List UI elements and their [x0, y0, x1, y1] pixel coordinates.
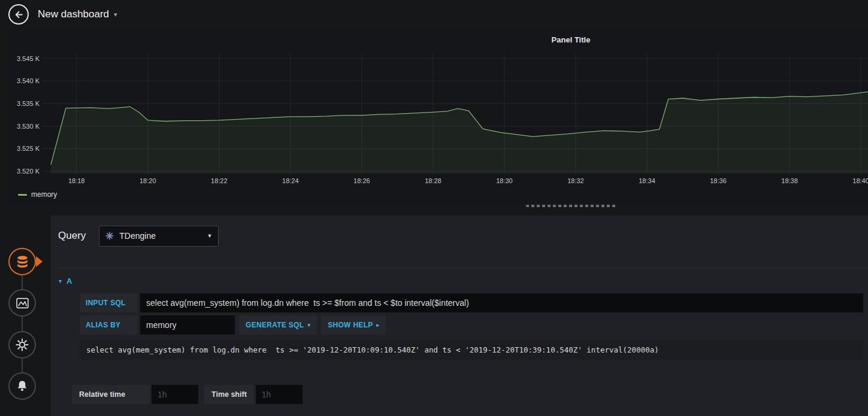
x-tick-label: 18:36: [703, 177, 733, 184]
query-ref-id: A: [66, 277, 72, 286]
dashboard-title[interactable]: New dashboard: [38, 8, 109, 20]
generated-sql-text: select avg(mem_system) from log.dn where…: [80, 340, 863, 360]
show-help-label: SHOW HELP: [328, 321, 373, 329]
x-tick-label: 18:34: [632, 177, 662, 184]
generate-sql-label: GENERATE SQL: [246, 321, 304, 329]
input-sql-field[interactable]: [140, 293, 863, 312]
query-ref-toggle[interactable]: ▾ A: [59, 274, 72, 287]
tdengine-logo-icon: [105, 232, 114, 240]
x-tick-label: 18:18: [62, 177, 92, 184]
alias-by-field[interactable]: [140, 315, 235, 335]
graph-icon: [15, 296, 30, 311]
x-tick-label: 18:32: [561, 177, 591, 184]
y-tick-label: 3.525 K: [7, 145, 40, 152]
gear-icon: [15, 338, 29, 352]
rail-connector-line: [22, 262, 23, 386]
y-tick-label: 3.535 K: [7, 100, 40, 107]
section-divider: [58, 268, 868, 268]
bell-icon: [15, 379, 29, 393]
tab-visualization[interactable]: [8, 289, 36, 317]
chevron-down-icon[interactable]: ▾: [114, 11, 117, 19]
chart-panel: Panel Title memory 3.545 K3.540 K3.535 K…: [6, 29, 868, 204]
tab-alert[interactable]: [8, 372, 36, 400]
y-tick-label: 3.540 K: [7, 77, 40, 84]
generate-sql-button[interactable]: GENERATE SQL ▾: [239, 315, 317, 335]
time-options-row: Relative time Time shift: [72, 385, 303, 404]
panel-title[interactable]: Panel Title: [6, 35, 868, 44]
x-tick-label: 18:38: [775, 177, 805, 184]
y-tick-label: 3.530 K: [7, 123, 40, 130]
caret-down-icon: ▼: [207, 233, 212, 239]
memory-series-fill: [51, 92, 868, 174]
relative-time-input[interactable]: [152, 385, 198, 404]
x-tick-label: 18:20: [133, 177, 163, 184]
query-editor-panel: Query TDengine ▼ ▾ A INPUT SQL ALIAS BY: [51, 215, 868, 416]
top-nav: New dashboard ▾: [0, 0, 868, 29]
arrow-left-icon: [14, 10, 24, 20]
relative-time-label: Relative time: [72, 385, 150, 404]
show-help-button[interactable]: SHOW HELP ▸: [321, 315, 386, 335]
tab-general[interactable]: [8, 331, 36, 359]
datasource-select[interactable]: TDengine ▼: [99, 226, 219, 247]
legend-label: memory: [31, 190, 57, 199]
x-tick-label: 18:26: [347, 177, 377, 184]
caret-down-icon: ▾: [307, 322, 310, 328]
alias-by-label: ALIAS BY: [80, 315, 138, 335]
x-tick-label: 18:28: [418, 177, 448, 184]
input-sql-label: INPUT SQL: [80, 293, 138, 312]
editor-tab-rail: [0, 215, 51, 416]
y-tick-label: 3.520 K: [7, 168, 40, 175]
database-icon: [15, 254, 30, 269]
legend-swatch: [18, 194, 27, 196]
alias-by-row: ALIAS BY GENERATE SQL ▾ SHOW HELP ▸: [80, 315, 863, 335]
time-shift-input[interactable]: [256, 385, 303, 404]
horizontal-scrollbar[interactable]: [526, 205, 617, 207]
x-tick-label: 18:40: [846, 177, 868, 184]
query-header: Query TDengine ▼: [58, 225, 219, 247]
spacer: [198, 385, 204, 404]
datasource-name: TDengine: [119, 231, 207, 241]
grafana-panel-edit-page: New dashboard ▾ Panel Title memory 3.545…: [0, 0, 868, 416]
tab-queries[interactable]: [8, 248, 36, 275]
x-tick-label: 18:22: [204, 177, 234, 184]
input-sql-row: INPUT SQL: [80, 293, 863, 312]
chart-plot[interactable]: [42, 54, 868, 174]
x-tick-label: 18:24: [276, 177, 306, 184]
back-button[interactable]: [8, 4, 29, 25]
y-tick-label: 3.545 K: [7, 55, 40, 62]
active-tab-arrow: [36, 256, 43, 267]
query-section-title: Query: [58, 230, 86, 242]
caret-down-icon: ▾: [59, 278, 62, 284]
legend-item-memory[interactable]: memory: [18, 190, 57, 199]
time-shift-label: Time shift: [204, 385, 254, 404]
caret-right-icon: ▸: [377, 322, 380, 328]
x-tick-label: 18:30: [489, 177, 519, 184]
